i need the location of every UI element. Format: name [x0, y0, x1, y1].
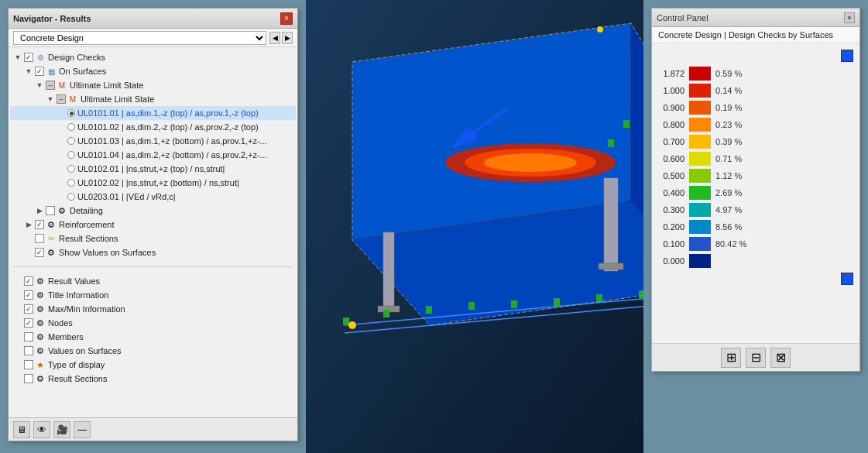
- legend-row-5: 0.6000.71 %: [658, 150, 853, 167]
- cp-btn-3[interactable]: ⊠: [770, 348, 791, 368]
- ul0101-04-label: UL0101.04 | as,dim.2,+z (bottom) / as,pr…: [77, 150, 267, 160]
- concrete-design-dropdown[interactable]: Concrete Design: [13, 31, 266, 45]
- tree-uls-parent[interactable]: ▼ M Ultimate Limit State: [10, 78, 296, 92]
- radio-ul0203-01[interactable]: [67, 193, 75, 201]
- result-values-label: Result Values: [48, 276, 100, 286]
- cb-reinforcement[interactable]: [35, 220, 44, 229]
- svg-rect-17: [468, 302, 475, 310]
- bottom-line-btn[interactable]: —: [74, 421, 91, 438]
- svg-rect-24: [623, 120, 630, 128]
- cb-members[interactable]: [24, 332, 33, 341]
- legend-value-6: 0.500: [658, 171, 689, 180]
- legend-percent-3: 0.23 %: [711, 120, 742, 129]
- tree-detailing[interactable]: ▶ ⚙ Detailing: [10, 204, 296, 218]
- legend-row-8: 0.3004.97 %: [658, 201, 853, 218]
- cb-result-sections-1[interactable]: [35, 234, 44, 243]
- on-surfaces-label: On Surfaces: [59, 67, 106, 76]
- tree-nodes[interactable]: ⚙ Nodes: [10, 316, 296, 330]
- legend-percent-9: 8.56 %: [711, 222, 742, 232]
- tree-title-info[interactable]: ⚙ Title Information: [10, 288, 296, 302]
- bottom-view-btn[interactable]: 👁: [33, 421, 50, 438]
- bottom-display-btn[interactable]: 🖥: [13, 421, 30, 438]
- cb-uls-child[interactable]: [57, 94, 66, 104]
- legend-value-8: 0.300: [658, 205, 689, 214]
- svg-rect-19: [554, 298, 560, 306]
- cb-on-surfaces[interactable]: [35, 67, 44, 76]
- radio-ul0101-03[interactable]: [67, 137, 75, 145]
- cb-show-values[interactable]: [35, 248, 44, 257]
- radio-ul0101-02[interactable]: [67, 123, 75, 131]
- detailing-icon: ⚙: [57, 206, 67, 215]
- tree-ul0102-02[interactable]: UL0102.02 | |ns,strut,+z (bottom) / ns,s…: [10, 176, 296, 190]
- tree-design-checks[interactable]: ▼ ⚙ Design Checks: [10, 50, 296, 64]
- legend-color-8: [689, 203, 711, 217]
- spacer-type-of-display: [13, 360, 22, 369]
- svg-rect-9: [383, 232, 394, 310]
- cb-nodes[interactable]: [24, 318, 33, 328]
- cb-uls-parent[interactable]: [46, 81, 55, 90]
- legend-percent-10: 80.42 %: [711, 239, 746, 249]
- legend-percent-7: 2.69 %: [711, 188, 742, 197]
- spacer-values-on-surfaces: [13, 346, 22, 355]
- tree-ul0101-01[interactable]: UL0101.01 | as,dim.1,-z (top) / as,prov.…: [10, 106, 296, 120]
- tree-maxmin-info[interactable]: ⚙ Max/Min Information: [10, 302, 296, 316]
- svg-rect-10: [599, 263, 623, 269]
- tree-reinforcement[interactable]: ▶ ⚙ Reinforcement: [10, 218, 296, 232]
- tree-ul0203-01[interactable]: UL0203.01 | |VEd / vRd,c|: [10, 190, 296, 204]
- tree-result-values[interactable]: ⚙ Result Values: [10, 274, 296, 288]
- nodes-icon: ⚙: [35, 318, 46, 328]
- tree-uls-child[interactable]: ▼ M Ultimate Limit State: [10, 92, 296, 106]
- tree-show-values[interactable]: ⚙ Show Values on Surfaces: [10, 245, 296, 259]
- nav-next-button[interactable]: ▶: [282, 32, 293, 44]
- legend-percent-8: 4.97 %: [711, 205, 742, 214]
- reinforcement-icon: ⚙: [46, 220, 57, 229]
- tree-values-on-surfaces[interactable]: ⚙ Values on Surfaces: [10, 344, 296, 358]
- ul0102-01-label: UL0102.01 | |ns,strut,+z (top) / ns,stru…: [77, 164, 225, 173]
- spacer-ul0102-01: [57, 164, 66, 173]
- tree-ul0101-02[interactable]: UL0101.02 | as,dim.2,-z (top) / as,prov.…: [10, 120, 296, 134]
- legend-value-3: 0.800: [658, 120, 689, 129]
- cb-result-values[interactable]: [24, 276, 33, 286]
- tree-ul0101-03[interactable]: UL0101.03 | as,dim.1,+z (bottom) / as,pr…: [10, 134, 296, 148]
- cb-result-sections-2[interactable]: [24, 374, 33, 383]
- legend-color-9: [689, 220, 711, 234]
- control-panel-close-button[interactable]: ×: [844, 12, 855, 23]
- cb-detailing[interactable]: [46, 206, 55, 215]
- spacer-ul0101-04: [57, 150, 66, 160]
- cb-title-info[interactable]: [24, 290, 33, 300]
- cp-btn-2[interactable]: ⊟: [746, 348, 766, 368]
- svg-point-29: [597, 26, 603, 33]
- cb-maxmin-info[interactable]: [24, 304, 33, 314]
- spacer-ul0101-01: [57, 108, 66, 118]
- tree-type-of-display[interactable]: ★ Type of display: [10, 358, 296, 372]
- legend-value-4: 0.700: [658, 137, 689, 146]
- radio-ul0102-02[interactable]: [67, 179, 75, 187]
- tree-members[interactable]: ⚙ Members: [10, 330, 296, 344]
- result-sections-2-label: Result Sections: [48, 374, 107, 383]
- tree-ul0101-04[interactable]: UL0101.04 | as,dim.2,+z (bottom) / as,pr…: [10, 148, 296, 162]
- legend-row-0: 1.8720.59 %: [658, 65, 853, 82]
- radio-ul0101-04[interactable]: [67, 151, 75, 159]
- cb-values-on-surfaces[interactable]: [24, 346, 33, 355]
- spacer-ul0203-01: [57, 192, 66, 201]
- tree-result-sections-2[interactable]: ⚙ Result Sections: [10, 372, 296, 386]
- reinforcement-label: Reinforcement: [59, 220, 115, 229]
- divider-1: [10, 259, 296, 264]
- bottom-camera-btn[interactable]: 🎥: [53, 421, 70, 438]
- cb-design-checks[interactable]: [24, 53, 33, 62]
- members-icon: ⚙: [35, 332, 46, 341]
- tree-ul0102-01[interactable]: UL0102.01 | |ns,strut,+z (top) / ns,stru…: [10, 162, 296, 176]
- ul0101-03-label: UL0101.03 | as,dim.1,+z (bottom) / as,pr…: [77, 136, 267, 146]
- cb-type-of-display[interactable]: [24, 360, 33, 369]
- tree-result-sections-1[interactable]: ✂ Result Sections: [10, 232, 296, 245]
- show-values-label: Show Values on Surfaces: [59, 248, 156, 257]
- nav-prev-button[interactable]: ◀: [269, 32, 280, 44]
- radio-ul0102-01[interactable]: [67, 165, 75, 173]
- radio-ul0101-01[interactable]: [67, 109, 75, 117]
- tree-on-surfaces[interactable]: ▼ ▦ On Surfaces: [10, 64, 296, 78]
- cp-btn-1[interactable]: ⊞: [721, 348, 741, 368]
- control-panel-titlebar: Control Panel ×: [652, 9, 859, 27]
- title-info-label: Title Information: [48, 290, 108, 300]
- values-on-surfaces-label: Values on Surfaces: [48, 346, 122, 355]
- navigator-close-button[interactable]: ×: [280, 12, 293, 25]
